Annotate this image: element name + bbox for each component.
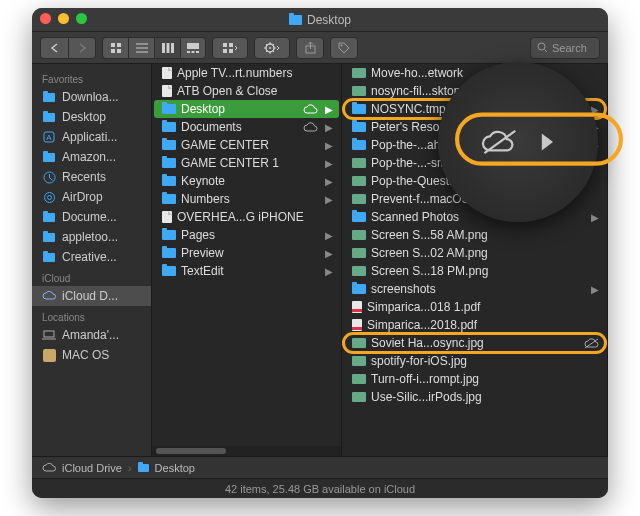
file-row[interactable]: ATB Open & Close [154, 82, 339, 100]
chevron-right-icon: ▶ [591, 104, 599, 115]
file-row[interactable]: OVERHEA...G iPHONE [154, 208, 339, 226]
sidebar-item[interactable]: Recents [32, 167, 151, 187]
file-name: Apple TV...rt.numbers [177, 66, 333, 80]
horizontal-scrollbar[interactable] [152, 446, 341, 456]
img-icon [352, 338, 366, 348]
svg-point-22 [538, 43, 545, 50]
action-button[interactable] [254, 37, 290, 59]
file-row[interactable]: Screen S...58 AM.png [344, 226, 605, 244]
folder-icon [42, 231, 56, 243]
file-row[interactable]: Prevent-f...macOS.jpg [344, 190, 605, 208]
sidebar-item[interactable]: appletoo... [32, 227, 151, 247]
chevron-right-icon: ▶ [591, 212, 599, 223]
file-name: Desktop [181, 102, 298, 116]
search-field[interactable]: Search [530, 37, 600, 59]
file-row[interactable]: Move-ho...etwork [344, 64, 605, 82]
file-name: Use-Silic...irPods.jpg [371, 390, 599, 404]
sidebar-item[interactable]: AirDrop [32, 187, 151, 207]
arrange-button[interactable] [212, 37, 248, 59]
folder-icon [42, 251, 56, 263]
file-name: Screen S...02 AM.png [371, 246, 599, 260]
file-row[interactable]: Soviet Ha...osync.jpg [344, 334, 605, 352]
file-row[interactable]: GAME CENTER 1▶ [154, 154, 339, 172]
file-row[interactable]: Pop-the-...ahjong▶ [344, 136, 605, 154]
chevron-right-icon: ▶ [591, 284, 599, 295]
file-name: Pages [181, 228, 318, 242]
file-row[interactable]: Simparica...2018.pdf [344, 316, 605, 334]
laptop-icon [42, 329, 56, 341]
file-row[interactable]: Keynote▶ [154, 172, 339, 190]
file-row[interactable]: Pages▶ [154, 226, 339, 244]
sidebar-item[interactable]: AApplicati... [32, 127, 151, 147]
svg-point-28 [47, 195, 51, 199]
file-row[interactable]: Turn-off-i...rompt.jpg [344, 370, 605, 388]
svg-rect-29 [44, 331, 54, 337]
file-row[interactable]: GAME CENTER▶ [154, 136, 339, 154]
column-view-button[interactable] [154, 37, 180, 59]
file-name: Pop-the-Question.jpg [371, 174, 599, 188]
file-row[interactable]: Scanned Photos▶ [344, 208, 605, 226]
sidebar-item[interactable]: Docume... [32, 207, 151, 227]
share-button[interactable] [296, 37, 324, 59]
sidebar-item[interactable]: Downloa... [32, 87, 151, 107]
svg-point-27 [44, 192, 54, 202]
file-row[interactable]: Screen S...18 PM.png [344, 262, 605, 280]
file-row[interactable]: Apple TV...rt.numbers [154, 64, 339, 82]
folder-icon [352, 140, 366, 150]
file-row[interactable]: Preview▶ [154, 244, 339, 262]
sidebar-item[interactable]: Amazon... [32, 147, 151, 167]
folder-icon [162, 194, 176, 204]
img-icon [352, 266, 366, 276]
sidebar[interactable]: FavoritesDownloa...DesktopAApplicati...A… [32, 64, 152, 456]
back-button[interactable] [40, 37, 68, 59]
file-name: Documents [181, 120, 298, 134]
icon-view-button[interactable] [102, 37, 128, 59]
file-row[interactable]: Pop-the-Question.jpg [344, 172, 605, 190]
path-folder-icon [138, 464, 149, 472]
file-row[interactable]: Peter's Resource▶ [344, 118, 605, 136]
sidebar-item-label: Docume... [62, 210, 117, 224]
gallery-view-button[interactable] [180, 37, 206, 59]
close-button[interactable] [40, 13, 51, 24]
sidebar-item[interactable]: Creative... [32, 247, 151, 267]
file-name: Pop-the-...-small.jpg [371, 156, 599, 170]
file-row[interactable]: spotify-for-iOS.jpg [344, 352, 605, 370]
file-row[interactable]: NOSYNC.tmp▶ [344, 100, 605, 118]
img-icon [352, 356, 366, 366]
path-seg-2[interactable]: Desktop [155, 462, 195, 474]
zoom-button[interactable] [76, 13, 87, 24]
file-row[interactable]: TextEdit▶ [154, 262, 339, 280]
sidebar-item[interactable]: MAC OS [32, 345, 151, 365]
file-name: ATB Open & Close [177, 84, 333, 98]
column-1[interactable]: Apple TV...rt.numbersATB Open & CloseDes… [152, 64, 342, 456]
list-view-button[interactable] [128, 37, 154, 59]
sidebar-item[interactable]: Amanda'... [32, 325, 151, 345]
sidebar-item[interactable]: iCloud D... [32, 286, 151, 306]
column-2[interactable]: Move-ho...etworknosync-fil...sktop.jpgNO… [342, 64, 608, 456]
sidebar-item-label: Amazon... [62, 150, 116, 164]
file-row[interactable]: Documents▶ [154, 118, 339, 136]
path-bar[interactable]: iCloud Drive › Desktop [32, 456, 608, 478]
svg-rect-12 [192, 51, 195, 53]
file-row[interactable]: Simparica...018 1.pdf [344, 298, 605, 316]
minimize-button[interactable] [58, 13, 69, 24]
file-row[interactable]: Pop-the-...-small.jpg [344, 154, 605, 172]
file-row[interactable]: Screen S...02 AM.png [344, 244, 605, 262]
file-row[interactable]: Numbers▶ [154, 190, 339, 208]
file-name: Simparica...018 1.pdf [367, 300, 599, 314]
chevron-right-icon: ▶ [325, 230, 333, 241]
finder-window: Desktop Search FavoritesDownloa...Deskto… [32, 8, 608, 498]
file-row[interactable]: Use-Silic...irPods.jpg [344, 388, 605, 406]
file-row[interactable]: Desktop▶ [154, 100, 339, 118]
svg-point-19 [269, 47, 271, 49]
file-row[interactable]: screenshots▶ [344, 280, 605, 298]
sidebar-item[interactable]: Desktop [32, 107, 151, 127]
forward-button[interactable] [68, 37, 96, 59]
tags-button[interactable] [330, 37, 358, 59]
status-bar: 42 items, 25.48 GB available on iCloud [32, 478, 608, 498]
svg-rect-11 [187, 51, 190, 53]
folder-icon [352, 122, 366, 132]
file-row[interactable]: nosync-fil...sktop.jpg [344, 82, 605, 100]
path-seg-1[interactable]: iCloud Drive [62, 462, 122, 474]
disk-icon [42, 349, 56, 361]
